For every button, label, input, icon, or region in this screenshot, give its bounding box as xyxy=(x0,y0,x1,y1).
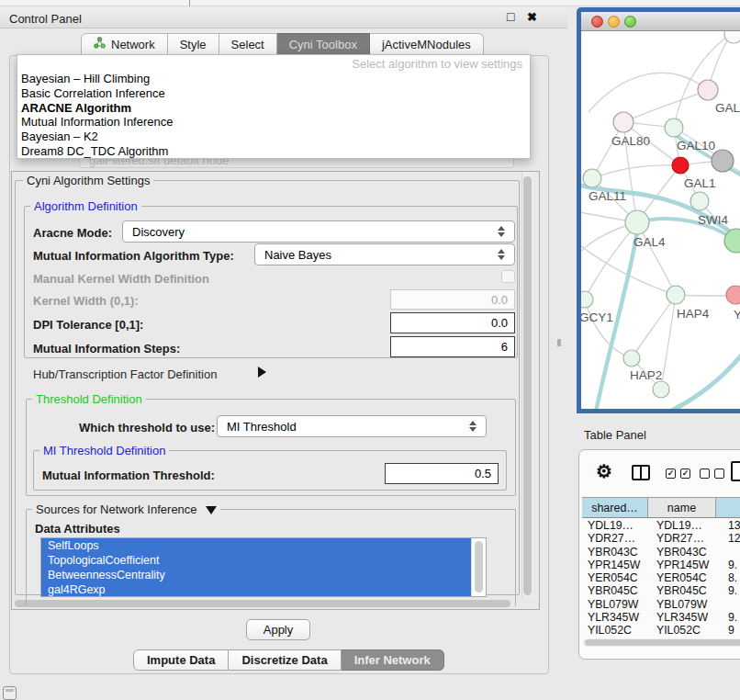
zoom-window-icon[interactable] xyxy=(624,16,636,28)
table-row[interactable]: YBR043CYBR043C xyxy=(582,546,740,559)
table-cell[interactable]: YDR27… xyxy=(648,532,716,545)
network-node[interactable] xyxy=(623,350,640,367)
settings-vertical-scrollbar-thumb[interactable] xyxy=(523,176,532,595)
attributes-scrollbar-thumb[interactable] xyxy=(475,541,483,593)
table-cell[interactable]: YBR043C xyxy=(582,546,648,559)
table-row[interactable]: YIL052CYIL052C9 xyxy=(582,624,740,637)
deselect-all-checkbox-icon[interactable] xyxy=(700,469,710,479)
column-header-partial[interactable] xyxy=(716,498,740,517)
network-edge[interactable] xyxy=(662,342,740,409)
network-node[interactable] xyxy=(581,291,593,308)
network-edge[interactable] xyxy=(585,222,637,299)
network-node[interactable] xyxy=(724,229,740,253)
network-edge[interactable] xyxy=(632,295,676,358)
export-table-icon[interactable] xyxy=(731,461,740,481)
column-header-shared-name[interactable]: shared… xyxy=(582,498,648,517)
kernel-width-field[interactable]: 0.0 xyxy=(390,289,515,310)
table-row[interactable]: YBL079WYBL079W xyxy=(582,598,740,611)
sources-collapse-icon[interactable] xyxy=(206,506,217,514)
network-node[interactable] xyxy=(726,286,740,304)
algorithm-option[interactable]: ARACNE Algorithm xyxy=(17,101,530,116)
table-cell[interactable]: 13 xyxy=(716,519,740,532)
network-node[interactable] xyxy=(583,169,601,187)
columns-icon[interactable] xyxy=(632,465,650,480)
table-cell[interactable]: YDL19… xyxy=(582,519,648,532)
table-row[interactable]: YPR145WYPR145W9. xyxy=(582,559,740,571)
network-edge[interactable] xyxy=(623,90,708,122)
table-cell[interactable]: YLR345W xyxy=(582,611,648,624)
mi-steps-field[interactable]: 6 xyxy=(390,336,515,357)
close-window-icon[interactable] xyxy=(591,16,603,28)
tab-network[interactable]: Network xyxy=(81,33,168,55)
panel-splitter-handle[interactable] xyxy=(557,339,561,346)
minimize-window-icon[interactable] xyxy=(608,16,620,28)
algorithm-option[interactable]: Basic Correlation Inference xyxy=(17,86,530,101)
table-cell[interactable]: YPR145W xyxy=(582,559,648,571)
data-attribute-item[interactable]: TopologicalCoefficient xyxy=(41,553,471,568)
hub-expand-icon[interactable] xyxy=(258,367,266,378)
table-row[interactable]: YLR345WYLR345W9. xyxy=(582,611,740,624)
network-node[interactable] xyxy=(712,150,734,172)
table-cell[interactable]: YLR345W xyxy=(648,611,716,624)
tab-discretize-data[interactable]: Discretize Data xyxy=(229,649,341,671)
network-node[interactable] xyxy=(665,119,683,137)
tab-jactivemnodules[interactable]: jActiveMNodules xyxy=(370,33,484,55)
table-cell[interactable]: 9. xyxy=(716,611,740,624)
network-edge[interactable] xyxy=(661,295,676,390)
table-row[interactable]: YBR045CYBR045C9. xyxy=(582,584,740,597)
which-threshold-combo[interactable]: MI Threshold xyxy=(217,415,487,437)
aracne-mode-combo[interactable]: Discovery xyxy=(122,220,515,243)
manual-kernel-checkbox[interactable] xyxy=(501,270,515,283)
table-cell[interactable]: YDL19… xyxy=(648,519,716,532)
gear-icon[interactable]: ⚙ xyxy=(596,460,612,482)
table-cell[interactable]: YBR043C xyxy=(648,546,716,559)
hub-definition-label[interactable]: Hub/Transcription Factor Definition xyxy=(33,367,217,381)
network-node[interactable] xyxy=(625,210,649,234)
algorithm-dropdown[interactable]: Select algorithm to view settings Bayesi… xyxy=(17,54,531,159)
close-panel-icon[interactable]: ✖ xyxy=(527,10,537,24)
data-attribute-item[interactable]: gal4RGexp xyxy=(41,582,471,597)
tab-infer-network[interactable]: Infer Network xyxy=(342,649,444,671)
table-horizontal-scrollbar-thumb[interactable] xyxy=(585,639,740,646)
select-all-checkbox-icon[interactable]: ✓ xyxy=(680,469,690,479)
table-cell[interactable]: YER054C xyxy=(648,571,716,584)
algorithm-option[interactable]: Bayesian – K2 xyxy=(17,130,530,144)
apply-button[interactable]: Apply xyxy=(246,619,310,640)
tab-style[interactable]: Style xyxy=(168,33,219,55)
table-row[interactable]: YER054CYER054C8. xyxy=(582,571,740,584)
tab-impute-data[interactable]: Impute Data xyxy=(133,649,229,671)
table-cell[interactable] xyxy=(716,546,740,559)
mi-type-combo[interactable]: Naive Bayes xyxy=(254,243,515,265)
table-cell[interactable] xyxy=(716,598,740,611)
table-cell[interactable]: 9. xyxy=(716,559,740,571)
data-attribute-item[interactable]: BetweennessCentrality xyxy=(41,568,471,582)
table-cell[interactable]: YER054C xyxy=(582,571,648,584)
table-row[interactable]: YDL19…YDL19…13 xyxy=(582,519,740,532)
network-node[interactable] xyxy=(613,112,633,132)
column-header-name[interactable]: name xyxy=(648,498,716,517)
dpi-tolerance-field[interactable]: 0.0 xyxy=(390,312,515,333)
table-cell[interactable]: YDR27… xyxy=(582,532,648,545)
table-cell[interactable]: YIL052C xyxy=(648,624,716,637)
table-cell[interactable]: 8. xyxy=(716,571,740,584)
algorithm-option[interactable]: Dream8 DC_TDC Algorithm xyxy=(17,144,530,159)
data-attributes-list[interactable]: SelfLoopsTopologicalCoefficientBetweenne… xyxy=(40,537,487,597)
table-cell[interactable]: YBR045C xyxy=(582,584,648,597)
network-edge[interactable] xyxy=(592,165,680,178)
deselect-all-checkbox-icon[interactable] xyxy=(714,469,724,479)
attributes-scrollbar[interactable] xyxy=(471,538,487,596)
network-node[interactable] xyxy=(653,381,669,398)
network-graph[interactable]: GALGAL80GAL10GAL1GAL11SWI4GAL4GCY1HAP4YH… xyxy=(581,31,740,409)
table-cell[interactable]: 9. xyxy=(716,584,740,597)
network-node[interactable] xyxy=(698,80,718,100)
select-all-checkbox-icon[interactable]: ✓ xyxy=(666,469,676,479)
table-cell[interactable]: 12 xyxy=(716,532,740,545)
table-cell[interactable]: YBR045C xyxy=(648,584,716,597)
table-row[interactable]: YDR27…YDR27…12 xyxy=(582,532,740,545)
mi-threshold-field[interactable]: 0.5 xyxy=(385,463,499,484)
algorithm-option[interactable]: Mutual Information Inference xyxy=(17,115,530,130)
table-cell[interactable]: YIL052C xyxy=(582,624,648,637)
table-horizontal-scrollbar[interactable] xyxy=(583,638,740,647)
data-attribute-item[interactable]: SelfLoops xyxy=(41,538,471,553)
network-canvas[interactable]: GALGAL80GAL10GAL1GAL11SWI4GAL4GCY1HAP4YH… xyxy=(581,31,740,409)
